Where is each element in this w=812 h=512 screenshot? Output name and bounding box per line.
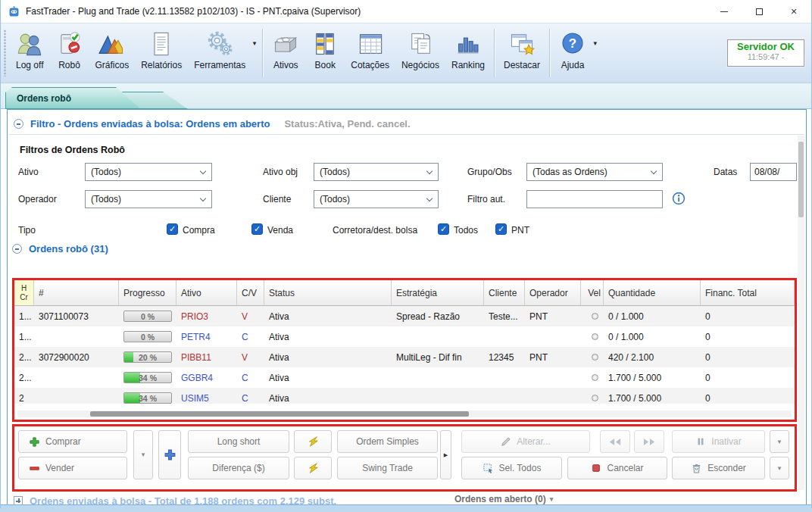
expand-strategies-button[interactable]: ▶ bbox=[440, 430, 451, 479]
filtro-aut-input[interactable] bbox=[526, 190, 663, 208]
cell-cliente bbox=[484, 388, 525, 404]
logoff-button[interactable]: Log off bbox=[10, 25, 49, 81]
esconder-dropdown-button[interactable]: ▾ bbox=[770, 457, 789, 479]
todos-checkbox[interactable]: ✓ bbox=[438, 223, 449, 235]
cell-hcr: 2... bbox=[14, 347, 34, 367]
compra-checkbox[interactable]: ✓ bbox=[167, 223, 178, 235]
vertical-scrollbar-thumb[interactable] bbox=[798, 142, 804, 217]
swing-trade-button[interactable]: Swing Trade bbox=[337, 457, 438, 479]
cell-progress: 34 % bbox=[119, 388, 176, 404]
inativar-dropdown-button[interactable]: ▾ bbox=[770, 430, 789, 453]
vel-icon bbox=[592, 333, 598, 340]
close-button[interactable]: × bbox=[776, 0, 811, 23]
forward-button[interactable] bbox=[634, 430, 664, 453]
ativos-button[interactable]: Ativos bbox=[266, 25, 305, 81]
chevron-down-icon bbox=[651, 168, 657, 174]
window-bottom-edge bbox=[1, 504, 811, 508]
info-icon[interactable] bbox=[672, 192, 686, 205]
cell-financ: 0 bbox=[701, 347, 795, 367]
column-header-hcr[interactable]: HCr bbox=[14, 280, 34, 305]
cell-quantidade: 0 / 1.000 bbox=[604, 306, 701, 326]
vender-button[interactable]: Vender bbox=[18, 457, 127, 479]
collapse-filter-icon[interactable] bbox=[14, 119, 23, 129]
vel-icon bbox=[592, 374, 598, 381]
ranking-button[interactable]: Ranking bbox=[445, 25, 491, 81]
relatorios-button[interactable]: Relatórios bbox=[135, 25, 188, 81]
column-header-status[interactable]: Status bbox=[264, 280, 392, 305]
compra-label: Compra bbox=[183, 225, 215, 236]
comprar-button[interactable]: Comprar bbox=[18, 430, 127, 453]
tab-ordens-robo[interactable]: Ordens robô bbox=[5, 87, 145, 109]
pnt-checkbox[interactable]: ✓ bbox=[495, 223, 507, 235]
sel-todos-button[interactable]: Sel. Todos bbox=[461, 457, 562, 479]
cell-financ: 0 bbox=[701, 388, 795, 404]
column-header-vel[interactable]: Vel bbox=[581, 280, 604, 305]
send-long-short-button[interactable] bbox=[294, 430, 332, 453]
column-header-ativo[interactable]: Ativo bbox=[176, 280, 237, 305]
ferramentas-dropdown-icon[interactable]: ▾ bbox=[253, 39, 257, 47]
order-row-3[interactable]: 2... 3072900020 20 % PIBB11 V Ativa Mult… bbox=[14, 347, 795, 367]
cell-order-id bbox=[34, 326, 119, 347]
ajuda-dropdown-icon[interactable]: ▾ bbox=[594, 39, 598, 47]
cliente-select[interactable]: (Todos) bbox=[314, 190, 439, 208]
robo-button[interactable]: Robô bbox=[49, 25, 89, 81]
column-header-financ[interactable]: Financ. Total bbox=[701, 280, 795, 305]
chart-mountain-icon bbox=[98, 30, 126, 58]
graficos-button[interactable]: Gráficos bbox=[89, 25, 135, 81]
column-header-operador[interactable]: Operador bbox=[525, 280, 581, 305]
ferramentas-button[interactable]: Ferramentas ▾ bbox=[188, 25, 259, 81]
column-header-estrategia[interactable]: Estratégia bbox=[392, 280, 484, 305]
order-row-2[interactable]: 1... 0 % PETR4 C Ativa 0 / 1.000 0 bbox=[14, 326, 795, 347]
send-diferenca-button[interactable] bbox=[294, 457, 332, 479]
inativar-button[interactable]: Inativar bbox=[672, 430, 765, 453]
cotacoes-button[interactable]: Cotações bbox=[345, 25, 395, 81]
cell-quantidade: 1.700 / 5.000 bbox=[604, 388, 701, 404]
cell-operador: PNT bbox=[525, 306, 581, 326]
minimize-button[interactable] bbox=[707, 0, 742, 23]
column-header-cv[interactable]: C/V bbox=[237, 280, 264, 305]
side-dropdown-button[interactable]: ▾ bbox=[133, 430, 153, 479]
maximize-button[interactable] bbox=[742, 0, 776, 23]
ajuda-button[interactable]: ? Ajuda ▾ bbox=[553, 25, 600, 81]
diferenca-button[interactable]: Diferença ($) bbox=[188, 457, 289, 479]
column-header-cliente[interactable]: Cliente bbox=[484, 280, 525, 305]
operador-select[interactable]: (Todos) bbox=[85, 190, 212, 208]
negocios-button[interactable]: Negócios bbox=[395, 25, 445, 81]
ativo-obj-select[interactable]: (Todos) bbox=[314, 163, 439, 181]
cancelar-button[interactable]: Cancelar bbox=[567, 457, 667, 479]
caret-right-icon: ▶ bbox=[444, 452, 448, 457]
long-short-button[interactable]: Long short bbox=[188, 430, 289, 453]
column-header-progresso[interactable]: Progresso bbox=[119, 280, 176, 305]
toolbar-grip[interactable] bbox=[4, 30, 6, 76]
filtro-aut-label: Filtro aut. bbox=[467, 194, 505, 204]
horizontal-scrollbar-thumb[interactable] bbox=[90, 411, 469, 417]
cell-ativo: USIM5 bbox=[176, 388, 237, 404]
cell-operador bbox=[525, 326, 581, 347]
chevron-down-icon bbox=[200, 195, 206, 201]
alterar-button[interactable]: Alterar... bbox=[461, 430, 590, 453]
cell-ativo: PETR4 bbox=[176, 326, 237, 347]
order-row-1[interactable]: 1... 3071100073 0 % PRIO3 V Ativa Spread… bbox=[14, 306, 795, 326]
add-order-button[interactable] bbox=[158, 430, 181, 479]
order-row-5[interactable]: 2 34 % USIM5 C Ativa 1.700 / 5.000 0 bbox=[14, 388, 795, 404]
open-orders-toggle[interactable]: Ordens em aberto (0)▾ bbox=[454, 494, 553, 504]
ordem-simples-button[interactable]: Ordem Simples bbox=[337, 430, 438, 453]
horizontal-scrollbar[interactable] bbox=[17, 411, 792, 417]
datas-input[interactable]: 08/08/ bbox=[750, 163, 797, 181]
cell-order-id: 3071100073 bbox=[34, 306, 119, 326]
esconder-button[interactable]: Esconder bbox=[672, 457, 765, 479]
cell-ativo: PRIO3 bbox=[176, 306, 237, 326]
toolbar-separator bbox=[549, 29, 550, 77]
rewind-button[interactable] bbox=[600, 430, 630, 453]
column-header-quantidade[interactable]: Quantidade bbox=[604, 280, 701, 305]
venda-checkbox[interactable]: ✓ bbox=[251, 223, 263, 235]
column-header-id[interactable]: # bbox=[34, 280, 119, 305]
destacar-button[interactable]: Destacar bbox=[498, 25, 546, 81]
collapse-orders-icon[interactable] bbox=[12, 244, 22, 254]
order-row-4[interactable]: 2... 34 % GGBR4 C Ativa 1.700 / 5.000 0 bbox=[14, 367, 795, 388]
grupo-obs-select[interactable]: (Todas as Ordens) bbox=[526, 163, 663, 181]
book-button[interactable]: Book bbox=[305, 25, 345, 81]
ativo-select[interactable]: (Todos) bbox=[85, 163, 212, 181]
filter-title: Filtro - Ordens enviadas à bolsa: Ordens… bbox=[30, 118, 270, 130]
vertical-scrollbar[interactable] bbox=[798, 136, 804, 490]
